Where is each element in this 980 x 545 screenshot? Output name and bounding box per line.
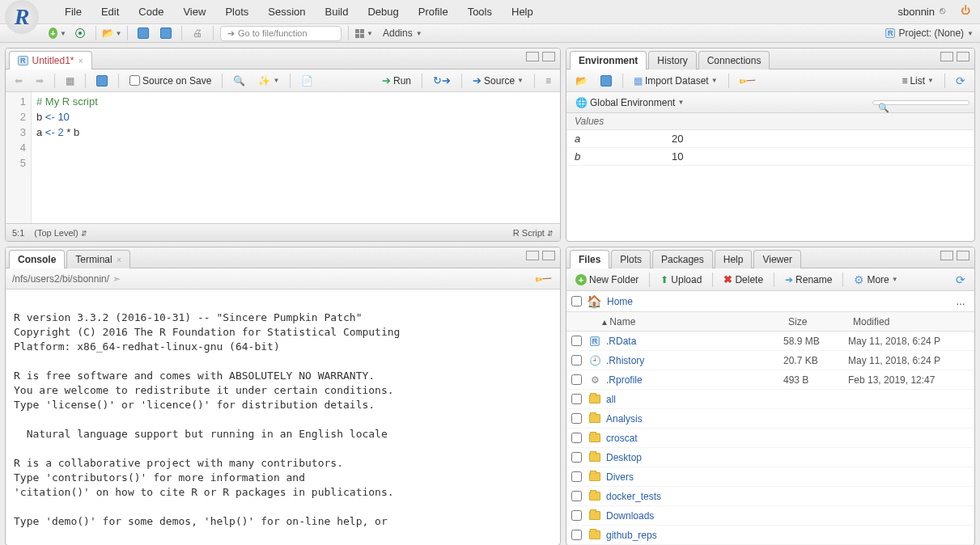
menu-profile[interactable]: Profile	[409, 1, 458, 23]
tab-help[interactable]: Help	[715, 250, 753, 268]
more-button[interactable]: ⚙ More ▼	[850, 272, 902, 288]
tab-plots[interactable]: Plots	[611, 250, 651, 268]
file-name-link[interactable]: github_reps	[606, 530, 783, 541]
breadcrumb-home[interactable]: Home	[607, 296, 633, 307]
minimize-pane-button[interactable]	[526, 251, 539, 260]
file-checkbox[interactable]	[571, 355, 582, 365]
close-icon[interactable]: ×	[78, 56, 83, 65]
upload-button[interactable]: ⬆ Upload	[656, 272, 706, 287]
file-name-link[interactable]: Downloads	[606, 510, 783, 522]
close-icon[interactable]: ×	[117, 255, 121, 264]
file-name-link[interactable]: croscat	[606, 433, 783, 444]
environment-search-input[interactable]: 🔍	[872, 100, 969, 105]
file-checkbox[interactable]	[571, 452, 582, 463]
power-icon[interactable]: ⏻	[961, 5, 975, 19]
rename-button[interactable]: ➔ Rename	[781, 272, 836, 287]
file-name-link[interactable]: .Rhistory	[606, 355, 783, 366]
file-checkbox[interactable]	[571, 471, 582, 482]
compile-report-button[interactable]: 📄	[297, 74, 317, 88]
file-checkbox[interactable]	[571, 374, 582, 385]
file-checkbox[interactable]	[571, 530, 582, 540]
pane-layout-button[interactable]: ▼	[355, 24, 373, 42]
show-in-new-window-button[interactable]: ▦	[62, 74, 78, 88]
maximize-pane-button[interactable]	[542, 251, 555, 260]
menu-file[interactable]: File	[55, 1, 91, 23]
run-button[interactable]: ➔ Run	[378, 73, 415, 88]
maximize-pane-button[interactable]	[957, 52, 969, 61]
env-row[interactable]: a20	[566, 130, 974, 148]
clear-console-button[interactable]: 🧹	[532, 271, 554, 287]
view-mode-button[interactable]: ≡ List ▼	[897, 74, 938, 88]
tab-packages[interactable]: Packages	[652, 250, 713, 268]
save-all-button[interactable]	[157, 24, 175, 42]
menu-help[interactable]: Help	[502, 1, 543, 23]
save-workspace-button[interactable]	[596, 74, 616, 88]
menu-plots[interactable]: Plots	[215, 1, 258, 23]
file-name-link[interactable]: docker_tests	[606, 491, 783, 502]
tab-console[interactable]: Console	[9, 250, 65, 268]
forward-button[interactable]: ➡	[32, 74, 48, 88]
more-path-button[interactable]: …	[952, 294, 969, 309]
import-dataset-button[interactable]: ▦ Import Dataset ▼	[630, 74, 722, 88]
source-button[interactable]: ➔ Source ▼	[469, 73, 528, 88]
load-workspace-button[interactable]: 📂	[571, 74, 592, 88]
tab-terminal[interactable]: Terminal ×	[66, 250, 130, 268]
file-name-link[interactable]: Divers	[606, 471, 783, 483]
tab-environment[interactable]: Environment	[570, 51, 647, 70]
menu-edit[interactable]: Edit	[91, 1, 129, 23]
new-file-button[interactable]: +▼	[49, 24, 66, 42]
save-source-button[interactable]	[92, 74, 112, 88]
menu-session[interactable]: Session	[258, 1, 315, 23]
file-type-selector[interactable]: R Script ⇵	[513, 228, 554, 238]
scope-selector[interactable]: (Top Level) ⇵	[34, 228, 87, 238]
file-name-link[interactable]: Analysis	[606, 413, 783, 425]
file-name-link[interactable]: .RData	[606, 336, 783, 347]
home-icon[interactable]: 🏠	[587, 294, 602, 309]
file-name-link[interactable]: .Rprofile	[606, 374, 783, 386]
maximize-pane-button[interactable]	[542, 52, 555, 61]
menu-build[interactable]: Build	[316, 1, 358, 23]
clear-workspace-button[interactable]: 🧹	[736, 73, 757, 89]
code-editor[interactable]: 12345 # My R script b <- 10 a <- 2 * b	[6, 92, 560, 223]
file-checkbox[interactable]	[571, 413, 582, 424]
project-selector[interactable]: R Project: (None) ▼	[885, 27, 974, 39]
addins-menu[interactable]: Addins▼	[378, 25, 427, 41]
new-project-button[interactable]: ⦿	[71, 24, 89, 42]
col-name-header[interactable]: ▴ Name	[566, 316, 788, 327]
file-name-link[interactable]: all	[606, 394, 783, 405]
minimize-pane-button[interactable]	[526, 52, 539, 61]
refresh-button[interactable]: ⟳	[952, 73, 969, 89]
new-folder-button[interactable]: + New Folder	[571, 272, 643, 287]
tab-connections[interactable]: Connections	[698, 51, 770, 70]
menu-debug[interactable]: Debug	[358, 1, 408, 23]
open-file-button[interactable]: 📂▼	[103, 24, 121, 42]
print-button[interactable]: 🖨	[189, 24, 206, 42]
back-button[interactable]: ⬅	[11, 74, 27, 88]
file-name-link[interactable]: Desktop	[606, 452, 783, 463]
save-button[interactable]	[134, 24, 152, 42]
find-button[interactable]: 🔍	[229, 74, 249, 88]
file-checkbox[interactable]	[571, 510, 582, 521]
minimize-pane-button[interactable]	[940, 251, 953, 260]
tab-viewer[interactable]: Viewer	[753, 250, 800, 268]
delete-button[interactable]: ✖ Delete	[719, 272, 767, 287]
goto-file-input[interactable]: ➔ Go to file/function	[220, 26, 342, 41]
menu-code[interactable]: Code	[129, 1, 173, 23]
source-on-save-checkbox[interactable]: Source on Save	[125, 74, 215, 88]
tab-files[interactable]: Files	[570, 250, 609, 268]
code-tools-button[interactable]: ✨▼	[254, 74, 283, 88]
minimize-pane-button[interactable]	[940, 52, 953, 61]
tab-history[interactable]: History	[648, 51, 696, 70]
file-checkbox[interactable]	[571, 336, 582, 346]
menu-view[interactable]: View	[173, 1, 215, 23]
col-size-header[interactable]: Size	[788, 316, 853, 327]
outline-button[interactable]: ≡	[541, 74, 555, 88]
maximize-pane-button[interactable]	[957, 251, 969, 260]
rerun-button[interactable]: ↻➔	[429, 73, 455, 88]
env-row[interactable]: b10	[566, 148, 974, 166]
logout-icon[interactable]: ⎋	[940, 5, 954, 19]
scope-selector[interactable]: 🌐 Global Environment ▼	[571, 95, 688, 110]
menu-tools[interactable]: Tools	[458, 1, 502, 23]
select-all-checkbox[interactable]	[571, 296, 582, 306]
chevron-icon[interactable]: ➣	[112, 273, 121, 285]
